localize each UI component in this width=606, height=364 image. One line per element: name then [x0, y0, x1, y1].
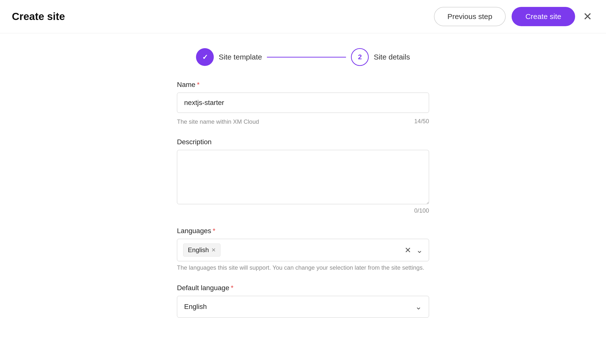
- default-language-field-group: Default language * English ⌄: [177, 284, 429, 318]
- default-language-chevron-icon: ⌄: [415, 302, 422, 311]
- stepper: ✓ Site template 2 Site details: [0, 33, 606, 76]
- languages-input-container[interactable]: English ✕ ✕ ⌄: [177, 239, 429, 261]
- name-char-count: 14/50: [414, 118, 429, 125]
- description-textarea[interactable]: [177, 150, 429, 204]
- create-site-button[interactable]: Create site: [512, 7, 575, 26]
- step-1-label: Site template: [219, 53, 262, 61]
- step-1-circle: ✓: [196, 48, 214, 66]
- name-label: Name *: [177, 81, 429, 89]
- languages-field-group: Languages * English ✕ ✕ ⌄ The languages …: [177, 227, 429, 271]
- previous-step-button[interactable]: Previous step: [434, 7, 506, 26]
- languages-clear-icon[interactable]: ✕: [405, 245, 411, 255]
- languages-label: Languages *: [177, 227, 429, 235]
- step-connector: [267, 57, 346, 58]
- step-2-number: 2: [358, 53, 362, 61]
- step-2: 2 Site details: [351, 48, 410, 66]
- language-tag-label: English: [188, 246, 209, 254]
- name-field-group: Name * The site name within XM Cloud 14/…: [177, 81, 429, 125]
- language-tags: English ✕: [183, 243, 220, 257]
- name-hint-row: The site name within XM Cloud 14/50: [177, 115, 429, 125]
- name-hint: The site name within XM Cloud: [177, 118, 259, 125]
- language-tag-remove-english[interactable]: ✕: [211, 247, 216, 253]
- default-language-value: English: [184, 303, 207, 311]
- close-button[interactable]: ✕: [581, 9, 594, 24]
- languages-chevron-icon[interactable]: ⌄: [416, 245, 423, 255]
- description-label: Description: [177, 138, 429, 146]
- description-char-count: 0/100: [177, 207, 429, 214]
- name-required-star: *: [197, 81, 200, 89]
- name-input[interactable]: [177, 93, 429, 113]
- step-2-label: Site details: [374, 53, 410, 61]
- default-language-required-star: *: [231, 284, 234, 292]
- header: Create site Previous step Create site ✕: [0, 0, 606, 33]
- default-language-label: Default language *: [177, 284, 429, 292]
- step-2-circle: 2: [351, 48, 369, 66]
- step-1-check: ✓: [202, 53, 208, 61]
- language-controls: ✕ ⌄: [405, 245, 423, 255]
- default-language-select[interactable]: English ⌄: [177, 296, 429, 318]
- description-field-group: Description 0/100: [177, 138, 429, 214]
- step-1: ✓ Site template: [196, 48, 262, 66]
- languages-required-star: *: [213, 227, 216, 235]
- form-container: Name * The site name within XM Cloud 14/…: [167, 76, 439, 335]
- header-actions: Previous step Create site ✕: [434, 7, 594, 26]
- language-tag-english: English ✕: [183, 243, 220, 257]
- page-title: Create site: [12, 11, 65, 22]
- languages-hint: The languages this site will support. Yo…: [177, 264, 429, 271]
